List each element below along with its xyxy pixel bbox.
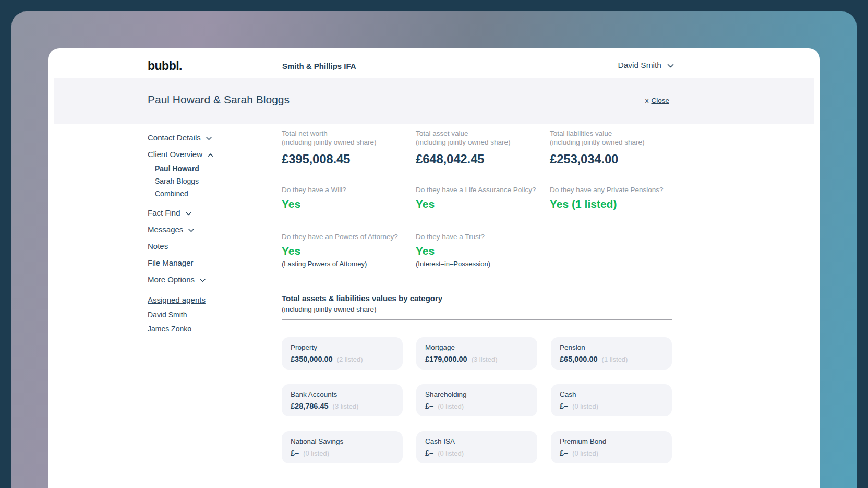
question-note: [550, 213, 674, 213]
app-window: bubbl. Smith & Phillips IFA David Smith …: [48, 48, 820, 488]
sidebar-item-messages[interactable]: Messages: [148, 221, 262, 237]
question-answer: Yes (1 listed): [550, 198, 674, 210]
overview-main: Total net worth (including jointly owned…: [282, 129, 674, 463]
sidebar-item-fact-find[interactable]: Fact Find: [148, 204, 262, 221]
stat-sublabel: (including jointly owned share): [550, 138, 674, 147]
category-value: £–: [560, 402, 568, 410]
close-button[interactable]: x Close: [645, 97, 669, 104]
brand-logo[interactable]: bubbl.: [148, 59, 182, 73]
category-card-premium-bond[interactable]: Premium Bond £–(0 listed): [551, 431, 672, 463]
category-listed-count: (1 listed): [602, 355, 628, 363]
category-label: National Savings: [291, 437, 394, 445]
sidebar-item-label: File Manager: [148, 258, 194, 267]
stat-sublabel: (including jointly owned share): [282, 138, 416, 147]
sidebar-item-label: Client Overview: [148, 150, 202, 159]
sidebar-item-contact-details[interactable]: Contact Details: [148, 129, 262, 146]
stat-total-asset-value: Total asset value (including jointly own…: [416, 129, 550, 166]
categories-heading: Total assets & liabilities values by cat…: [282, 294, 674, 303]
question-note: [416, 213, 550, 213]
chevron-down-icon: [206, 133, 212, 142]
close-button-label: Close: [651, 97, 669, 104]
client-overview-body: Contact Details Client Overview Paul How…: [54, 124, 814, 488]
summary-grid: Total net worth (including jointly owned…: [282, 129, 674, 268]
chevron-down-icon: [188, 225, 194, 234]
question-label: Do they have a Life Assurance Policy?: [416, 185, 550, 194]
category-card-bank-accounts[interactable]: Bank Accounts £28,786.45(3 listed): [282, 384, 403, 416]
sidebar-item-more-options[interactable]: More Options: [148, 271, 262, 288]
stat-total-liabilities-value: Total liabilities value (including joint…: [550, 129, 674, 166]
category-listed-count: (0 listed): [572, 402, 598, 410]
category-listed-count: (3 listed): [333, 402, 359, 410]
stat-value: £395,008.45: [282, 152, 416, 166]
category-card-cash[interactable]: Cash £–(0 listed): [551, 384, 672, 416]
question-note: (Interest–in–Possession): [416, 260, 550, 268]
assigned-agents-heading[interactable]: Assigned agents: [148, 295, 262, 304]
question-answer: Yes: [416, 198, 550, 210]
sidebar-item-file-manager[interactable]: File Manager: [148, 254, 262, 271]
category-listed-count: (0 listed): [438, 449, 464, 457]
sidebar: Contact Details Client Overview Paul How…: [148, 129, 262, 339]
category-listed-count: (0 listed): [572, 449, 598, 457]
category-card-cash-isa[interactable]: Cash ISA £–(0 listed): [416, 431, 537, 463]
category-listed-count: (0 listed): [438, 402, 464, 410]
question-label: Do they have an Powers of Attorney?: [282, 232, 416, 241]
sidebar-item-label: More Options: [148, 275, 195, 284]
question-label: Do they have a Trust?: [416, 232, 550, 241]
category-listed-count: (0 listed): [303, 449, 329, 457]
category-value: £–: [425, 449, 433, 457]
app-header: bubbl. Smith & Phillips IFA David Smith: [54, 54, 814, 78]
category-label: Mortgage: [425, 343, 528, 351]
assigned-agents-section: Assigned agents David Smith James Zonko: [148, 295, 262, 333]
chevron-up-icon: [208, 150, 213, 159]
client-banner: Paul Howard & Sarah Bloggs x Close: [54, 78, 814, 124]
category-card-pension[interactable]: Pension £65,000.00(1 listed): [551, 337, 672, 370]
assigned-agent: David Smith: [148, 311, 262, 319]
category-label: Property: [291, 343, 394, 351]
question-answer: Yes: [416, 245, 550, 257]
question-label: Do they have a Will?: [282, 185, 416, 194]
category-listed-count: (2 listed): [337, 355, 363, 363]
question-note: (Lasting Powers of Attorney): [282, 260, 416, 268]
category-card-mortgage[interactable]: Mortgage £179,000.00(3 listed): [416, 337, 537, 370]
category-label: Shareholding: [425, 390, 528, 398]
sidebar-subitem-combined[interactable]: Combined: [148, 187, 262, 200]
category-value: £–: [291, 449, 299, 457]
sidebar-subitem-paul-howard[interactable]: Paul Howard: [148, 162, 262, 175]
chevron-down-icon: [200, 275, 206, 284]
stat-value: £253,034.00: [550, 152, 674, 166]
sidebar-item-label: Messages: [148, 225, 183, 234]
question-answer: Yes: [282, 198, 416, 210]
question-label: Do they have any Private Pensions?: [550, 185, 674, 194]
category-value: £28,786.45: [291, 402, 329, 410]
category-card-property[interactable]: Property £350,000.00(2 listed): [282, 337, 403, 370]
stat-sublabel: (including jointly owned share): [416, 138, 550, 147]
category-value: £–: [425, 402, 433, 410]
chevron-down-icon: [186, 208, 191, 217]
screen-background: bubbl. Smith & Phillips IFA David Smith …: [0, 0, 868, 488]
categories-section-header: Total assets & liabilities values by cat…: [282, 294, 674, 320]
sidebar-item-client-overview[interactable]: Client Overview: [148, 146, 262, 162]
question-will: Do they have a Will? Yes: [282, 185, 416, 213]
category-label: Pension: [560, 343, 663, 351]
category-value: £65,000.00: [560, 355, 598, 363]
category-listed-count: (3 listed): [472, 355, 498, 363]
sidebar-item-label: Notes: [148, 242, 168, 251]
categories-subheading: (including jointly owned share): [282, 305, 674, 313]
sidebar-subitem-sarah-bloggs[interactable]: Sarah Bloggs: [148, 175, 262, 187]
sidebar-item-notes[interactable]: Notes: [148, 237, 262, 254]
assigned-agent: James Zonko: [148, 325, 262, 333]
category-label: Cash: [560, 390, 663, 398]
category-value: £179,000.00: [425, 355, 467, 363]
close-icon: x: [645, 97, 649, 104]
category-card-national-savings[interactable]: National Savings £–(0 listed): [282, 431, 403, 463]
chevron-down-icon: [667, 61, 674, 70]
category-card-shareholding[interactable]: Shareholding £–(0 listed): [416, 384, 537, 416]
user-menu[interactable]: David Smith: [618, 61, 674, 70]
category-cards-grid: Property £350,000.00(2 listed) Mortgage …: [282, 337, 674, 463]
category-label: Cash ISA: [425, 437, 528, 445]
question-note: [282, 213, 416, 213]
sidebar-item-label: Fact Find: [148, 208, 180, 217]
stat-label: Total asset value: [416, 129, 550, 138]
category-label: Premium Bond: [560, 437, 663, 445]
question-life-assurance: Do they have a Life Assurance Policy? Ye…: [416, 185, 550, 213]
